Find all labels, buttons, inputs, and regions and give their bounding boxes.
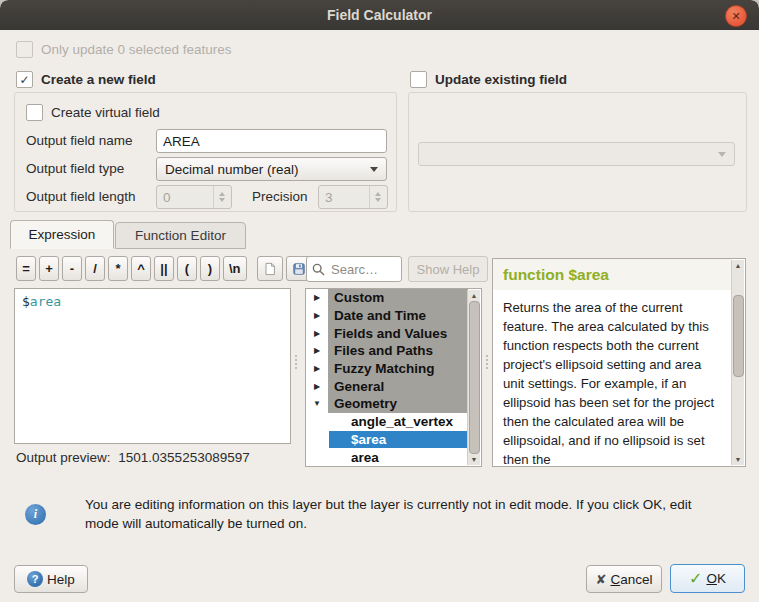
update-existing-field-label: Update existing field [435,72,567,87]
chevron-right-icon[interactable]: ▶ [314,346,320,355]
operator-plus-button[interactable]: + [39,256,59,281]
chevron-right-icon[interactable]: ▶ [314,293,320,302]
operator-newline-button[interactable]: \n [223,256,247,281]
tree-group-geometry[interactable]: ▼ Geometry [306,395,481,413]
search-input[interactable] [329,261,393,278]
close-icon[interactable]: ✕ [725,5,747,27]
help-button-label: Help [47,572,75,587]
tree-scrollbar[interactable]: ▲ ▼ [467,290,480,465]
scrollbar-thumb[interactable] [733,295,744,377]
spinner-arrows-icon [213,186,225,208]
create-new-field-checkbox[interactable]: ✓ Create a new field [16,71,156,88]
update-existing-field-checkbox[interactable]: Update existing field [410,71,567,88]
create-virtual-field-checkbox[interactable]: Create virtual field [26,104,160,121]
scroll-down-icon[interactable]: ▼ [735,456,742,463]
chevron-right-icon[interactable]: ▶ [314,364,320,373]
new-expression-button[interactable] [257,256,283,281]
tree-group-custom[interactable]: ▶ Custom [306,289,481,307]
function-search[interactable] [306,256,402,282]
output-preview: Output preview: 1501.0355253089597 [16,450,250,465]
operator-close-paren-button[interactable]: ) [200,256,220,281]
existing-field-select [418,142,735,166]
check-icon: ✓ [689,569,702,588]
output-field-length-label: Output field length [26,189,136,204]
tree-group-label[interactable]: Files and Paths [328,342,468,360]
show-help-button: Show Help [408,256,488,282]
output-field-type-select[interactable]: Decimal number (real) [156,157,387,181]
chevron-right-icon[interactable]: ▶ [314,329,320,338]
tree-item-area-function[interactable]: $area [306,431,481,449]
output-field-name-input[interactable] [156,129,387,153]
scroll-up-icon[interactable]: ▲ [735,262,742,269]
operator-multiply-button[interactable]: * [108,256,128,281]
tree-item-label[interactable]: angle_at_vertex [329,413,468,431]
tree-item-label[interactable]: area [329,448,468,466]
tree-item-angle-at-vertex[interactable]: angle_at_vertex [306,413,481,431]
tab-expression[interactable]: Expression [10,220,114,249]
ok-button-label: OK [706,571,726,586]
tab-function-editor[interactable]: Function Editor [115,222,246,249]
create-new-field-label: Create a new field [41,72,156,87]
precision-spinner: 3 [318,185,388,209]
splitter-handle[interactable] [484,348,489,376]
field-calculator-dialog: Field Calculator ✕ Only update 0 selecte… [0,0,759,602]
search-icon [312,263,325,276]
scroll-up-icon[interactable]: ▲ [471,292,478,299]
checkbox-unchecked [16,41,33,58]
only-update-checkbox: Only update 0 selected features [16,41,232,58]
scrollbar-thumb[interactable] [469,301,480,454]
tree-group-label[interactable]: Custom [328,289,468,307]
ok-button[interactable]: ✓ OK [670,564,745,593]
tab-expression-label: Expression [29,227,96,242]
tree-group-label[interactable]: General [328,377,468,395]
cancel-button-label: Cancel [610,572,652,587]
checkbox-unchecked[interactable] [410,71,427,88]
tree-group-label[interactable]: Date and Time [328,307,468,325]
operator-toolbar: = + - / * ^ || ( ) \n [16,256,341,281]
output-field-length-value: 0 [163,190,171,205]
question-mark-icon: ? [27,571,43,587]
tree-group-general[interactable]: ▶ General [306,377,481,395]
edit-mode-notice: You are editing information on this laye… [85,496,710,534]
operator-divide-button[interactable]: / [85,256,105,281]
tree-group-label[interactable]: Geometry [328,395,468,413]
checkbox-unchecked[interactable] [26,104,43,121]
cancel-button[interactable]: ✘ Cancel [586,565,662,593]
operator-minus-button[interactable]: - [62,256,82,281]
output-field-name-label: Output field name [26,133,133,148]
expression-editor[interactable]: $area [14,288,291,444]
chevron-down-icon[interactable]: ▼ [313,399,321,408]
scroll-down-icon[interactable]: ▼ [471,456,478,463]
operator-power-button[interactable]: ^ [131,256,151,281]
checkbox-checked[interactable]: ✓ [16,71,33,88]
help-button[interactable]: ? Help [14,565,88,593]
only-update-label: Only update 0 selected features [41,42,232,57]
output-field-length-spinner: 0 [156,185,232,209]
tree-group-fuzzy-matching[interactable]: ▶ Fuzzy Matching [306,360,481,378]
chevron-right-icon[interactable]: ▶ [314,311,320,320]
spinner-arrows-icon [369,186,381,208]
chevron-down-icon [718,152,726,157]
function-help-panel: function $area Returns the area of the c… [492,258,746,467]
tree-group-fields-values[interactable]: ▶ Fields and Values [306,324,481,342]
precision-value: 3 [325,190,333,205]
splitter-handle[interactable] [293,348,298,376]
help-title: function $area [493,259,732,290]
function-tree[interactable]: ▶ Custom ▶ Date and Time ▶ Fields and Va… [305,288,482,467]
operator-open-paren-button[interactable]: ( [177,256,197,281]
tree-item-label[interactable]: $area [329,431,468,449]
operator-concat-button[interactable]: || [154,256,174,281]
show-help-label: Show Help [417,262,480,277]
title-bar[interactable]: Field Calculator ✕ [0,0,759,30]
expression-function: area [30,294,61,309]
chevron-right-icon[interactable]: ▶ [314,382,320,391]
tree-group-files-paths[interactable]: ▶ Files and Paths [306,342,481,360]
tree-item-area[interactable]: area [306,448,481,466]
tree-group-label[interactable]: Fields and Values [328,324,468,342]
precision-label: Precision [252,189,308,204]
help-body: Returns the area of the current feature.… [503,298,722,467]
help-scrollbar[interactable]: ▲ ▼ [731,260,744,465]
operator-equals-button[interactable]: = [16,256,36,281]
tree-group-date-time[interactable]: ▶ Date and Time [306,307,481,325]
tree-group-label[interactable]: Fuzzy Matching [328,360,468,378]
